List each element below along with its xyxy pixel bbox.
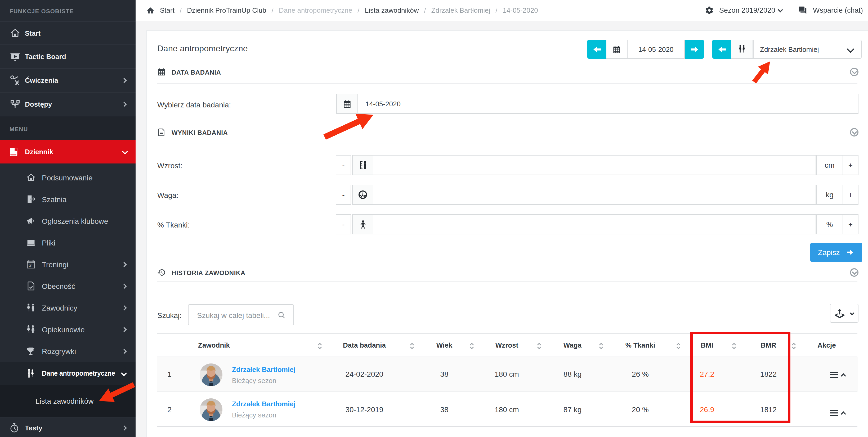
svg-text:31: 31 xyxy=(29,264,33,268)
